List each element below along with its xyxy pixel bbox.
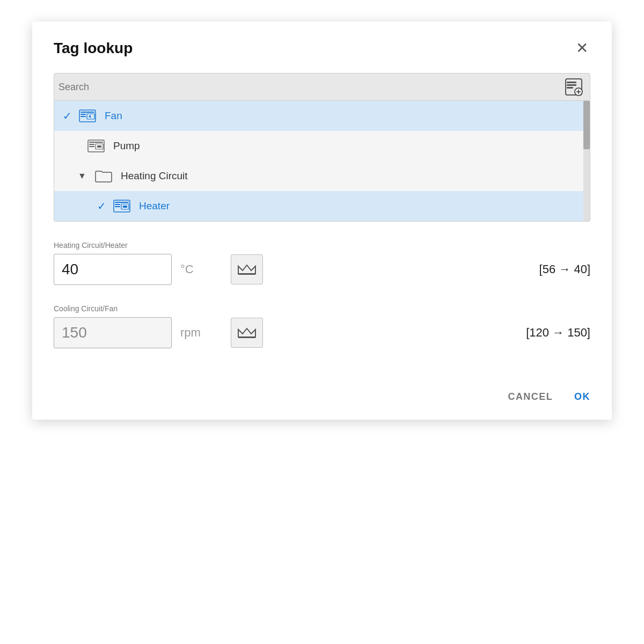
fan-range: [120 → 150] xyxy=(526,326,590,340)
chart-icon-fan xyxy=(237,325,257,340)
no-check-heating: ✓ xyxy=(63,170,78,182)
svg-rect-9 xyxy=(80,114,86,115)
scrollbar-thumb[interactable] xyxy=(583,101,590,149)
dialog-header: Tag lookup ✕ xyxy=(54,39,590,58)
tree-item-heating-circuit[interactable]: ✓ ▼ Heating Circuit xyxy=(54,161,590,191)
fan-unit: rpm xyxy=(180,326,207,340)
search-tree-container: ✓ Fan xyxy=(54,73,590,222)
field-row-fan: rpm [120 → 150] xyxy=(54,317,590,348)
field-section-heater: Heating Circuit/Heater °C [56 → 40] xyxy=(54,241,590,285)
tree-item-heater-label: Heater xyxy=(139,200,170,212)
arrow-icon-heating: ▼ xyxy=(78,171,90,181)
ok-button[interactable]: OK xyxy=(574,391,590,402)
svg-rect-13 xyxy=(89,142,103,143)
dialog-footer: CANCEL OK xyxy=(54,391,590,402)
check-icon-fan: ✓ xyxy=(63,109,78,122)
close-button[interactable]: ✕ xyxy=(574,39,590,58)
heater-range: [56 → 40] xyxy=(539,262,590,276)
svg-rect-27 xyxy=(238,337,255,338)
tree-container: ✓ Fan xyxy=(54,101,590,222)
fan-value-input[interactable] xyxy=(54,317,172,348)
dialog-title: Tag lookup xyxy=(54,40,133,57)
tree-item-pump[interactable]: Pump xyxy=(54,131,590,161)
check-icon-heater: ✓ xyxy=(97,200,112,213)
item-icon-fan xyxy=(78,108,97,123)
folder-icon-heating xyxy=(94,169,113,184)
cancel-button[interactable]: CANCEL xyxy=(508,391,553,402)
svg-rect-3 xyxy=(567,87,573,89)
search-area xyxy=(54,73,590,101)
tree-item-pump-label: Pump xyxy=(113,140,140,152)
tree-item-heater[interactable]: ✓ Heater xyxy=(54,191,590,221)
svg-rect-2 xyxy=(567,84,576,86)
chart-icon-heater xyxy=(237,262,257,277)
svg-rect-1 xyxy=(567,82,576,83)
field-label-fan: Cooling Circuit/Fan xyxy=(54,304,590,313)
svg-rect-25 xyxy=(238,274,255,275)
scrollbar-track xyxy=(583,101,590,221)
svg-rect-14 xyxy=(89,144,94,145)
add-tag-button[interactable] xyxy=(562,75,586,99)
tree-item-fan-label: Fan xyxy=(105,110,122,122)
heater-chart-button[interactable] xyxy=(231,254,263,284)
field-row-heater: °C [56 → 40] xyxy=(54,254,590,285)
tag-lookup-dialog: Tag lookup ✕ xyxy=(32,21,612,420)
field-section-fan: Cooling Circuit/Fan rpm [120 → 150] xyxy=(54,304,590,348)
heater-unit: °C xyxy=(180,262,207,276)
svg-rect-17 xyxy=(97,145,101,148)
field-label-heater: Heating Circuit/Heater xyxy=(54,241,590,250)
svg-rect-23 xyxy=(123,206,127,208)
heater-value-input[interactable] xyxy=(54,254,172,285)
svg-rect-19 xyxy=(115,202,129,203)
close-icon: ✕ xyxy=(576,40,588,56)
svg-rect-20 xyxy=(115,204,120,205)
tree-item-heating-circuit-label: Heating Circuit xyxy=(121,170,188,182)
item-icon-pump xyxy=(86,138,106,153)
tree-item-fan[interactable]: ✓ Fan xyxy=(54,101,590,131)
item-icon-heater xyxy=(112,199,131,214)
add-tag-icon xyxy=(564,77,583,97)
svg-rect-15 xyxy=(89,146,94,147)
search-input[interactable] xyxy=(58,82,562,93)
svg-rect-21 xyxy=(115,206,120,207)
svg-rect-8 xyxy=(80,112,94,113)
fan-chart-button[interactable] xyxy=(231,318,263,348)
svg-rect-10 xyxy=(80,116,86,117)
